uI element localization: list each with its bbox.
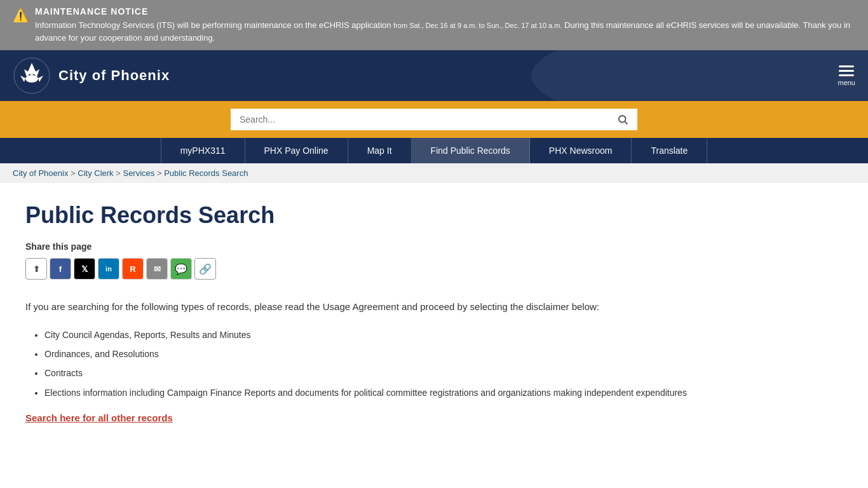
main-nav: myPHX311 PHX Pay Online Map It Find Publ… — [0, 138, 868, 163]
records-list: City Council Agendas, Reports, Results a… — [44, 328, 737, 400]
share-email-button[interactable]: ✉ — [146, 258, 168, 280]
svg-marker-5 — [20, 76, 25, 82]
search-other-records-link[interactable]: Search here for all other records — [25, 412, 173, 423]
share-x-button[interactable]: 𝕏 — [74, 258, 95, 280]
breadcrumb-services[interactable]: Services — [123, 168, 154, 178]
share-general-button[interactable]: ⬆ — [25, 258, 47, 280]
nav-translate[interactable]: Translate — [632, 138, 707, 163]
nav-find-public-records[interactable]: Find Public Records — [412, 138, 530, 163]
share-linkedin-button[interactable]: in — [98, 258, 119, 280]
maintenance-content: MAINTENANCE NOTICE Information Technolog… — [35, 6, 855, 44]
breadcrumb: City of Phoenix > City Clerk > Services … — [0, 163, 868, 183]
phoenix-logo-icon — [13, 57, 51, 95]
search-icon — [617, 114, 628, 125]
breadcrumb-public-records-search[interactable]: Public Records Search — [164, 168, 248, 178]
hamburger-line-2 — [839, 70, 854, 72]
list-item: Contracts — [44, 366, 737, 380]
share-reddit-button[interactable]: R — [122, 258, 144, 280]
search-container — [231, 109, 637, 130]
menu-button[interactable]: menu — [837, 65, 855, 86]
share-sms-button[interactable]: 💬 — [170, 258, 192, 280]
nav-phx-newsroom[interactable]: PHX Newsroom — [530, 138, 632, 163]
page-title: Public Records Search — [25, 202, 737, 229]
breadcrumb-separator-3: > — [157, 168, 164, 178]
share-copy-button[interactable]: 🔗 — [194, 258, 216, 280]
hamburger-icon — [839, 65, 854, 76]
svg-marker-6 — [38, 76, 43, 82]
maintenance-notice: ⚠️ MAINTENANCE NOTICE Information Techno… — [0, 0, 868, 50]
breadcrumb-separator-1: > — [71, 168, 78, 178]
logo-area[interactable]: City of Phoenix — [13, 57, 170, 95]
svg-point-7 — [29, 69, 34, 75]
search-button[interactable] — [608, 109, 637, 130]
site-header: City of Phoenix menu — [0, 50, 868, 101]
search-bar — [0, 101, 868, 138]
svg-point-8 — [619, 116, 626, 123]
warning-icon: ⚠️ — [13, 8, 29, 23]
breadcrumb-separator-2: > — [116, 168, 123, 178]
share-facebook-button[interactable]: f — [50, 258, 71, 280]
list-item: Ordinances, and Resolutions — [44, 347, 737, 361]
svg-line-9 — [625, 121, 627, 124]
breadcrumb-city-of-phoenix[interactable]: City of Phoenix — [13, 168, 68, 178]
breadcrumb-city-clerk[interactable]: City Clerk — [78, 168, 113, 178]
nav-phx-pay-online[interactable]: PHX Pay Online — [245, 138, 348, 163]
hamburger-line-1 — [839, 65, 854, 67]
hamburger-line-3 — [839, 74, 854, 76]
maintenance-text-start: Information Technology Services (ITS) wi… — [35, 20, 391, 30]
maintenance-title: MAINTENANCE NOTICE — [35, 6, 855, 17]
list-item: City Council Agendas, Reports, Results a… — [44, 328, 737, 342]
list-item: Elections information including Campaign… — [44, 386, 737, 400]
nav-map-it[interactable]: Map It — [348, 138, 412, 163]
share-label: Share this page — [25, 241, 737, 252]
maintenance-dates: from Sat., Dec 16 at 9 a.m. to Sun., Dec… — [393, 22, 562, 29]
search-input[interactable] — [231, 109, 608, 130]
nav-myphx311[interactable]: myPHX311 — [161, 138, 245, 163]
menu-label: menu — [837, 79, 855, 86]
main-content: Public Records Search Share this page ⬆ … — [0, 183, 763, 442]
site-title: City of Phoenix — [58, 67, 170, 84]
maintenance-text: Information Technology Services (ITS) wi… — [35, 19, 855, 44]
share-icons-container: ⬆ f 𝕏 in R ✉ 💬 🔗 — [25, 258, 737, 280]
header-bg-decoration — [531, 50, 868, 101]
intro-text: If you are searching for the following t… — [25, 299, 737, 315]
